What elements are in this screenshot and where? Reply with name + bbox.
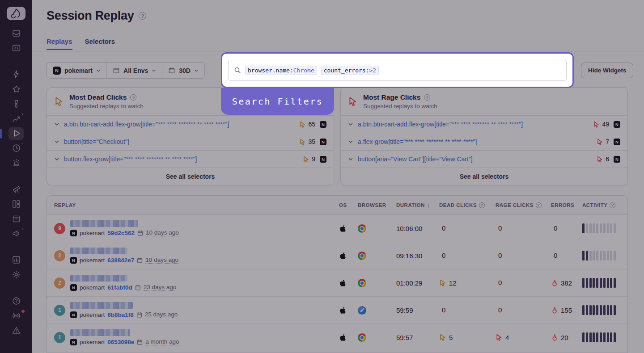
token-key: browser.name: — [248, 67, 293, 74]
token-key: count_errors: — [324, 67, 369, 74]
search-filters-spotlight: browser.name:Chrome count_errors:>2 — [221, 52, 574, 88]
session-replay-page: { "header": { "title": "Session Replay",… — [0, 0, 644, 353]
search-filters-tour-label: Search Filters — [221, 88, 334, 115]
search-token-count-errors[interactable]: count_errors:>2 — [321, 66, 379, 75]
replay-search-input[interactable]: browser.name:Chrome count_errors:>2 — [228, 60, 567, 81]
token-value: >2 — [369, 67, 376, 74]
token-value: Chrome — [293, 67, 314, 74]
search-icon — [234, 67, 241, 74]
search-token-browser-name[interactable]: browser.name:Chrome — [245, 66, 317, 75]
